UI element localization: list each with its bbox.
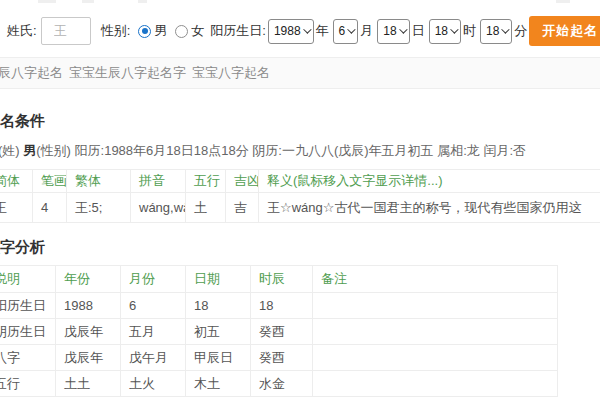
col-note: 备注 (313, 266, 558, 293)
hanzi-table: 简体 笔画 繁体 拼音 五行 吉凶 释义(鼠标移入文字显示详情...) 王 4 … (0, 169, 600, 223)
cell: 戊午月 (121, 345, 186, 371)
bazi-row-lunar: 阴历生日 戊辰年 五月 初五 癸酉 (0, 319, 558, 345)
breadcrumb-link-3[interactable]: 宝宝八字起名 (192, 64, 270, 82)
bazi-row-elements: 五行 土土 土火 木土 水金 (0, 371, 558, 397)
cell-strokes: 4 (33, 193, 67, 223)
chevron-down-icon (399, 25, 407, 33)
hour-select-value: 18 (435, 24, 448, 38)
chevron-down-icon (450, 25, 458, 33)
naming-form: 姓氏: 性别: 男 女 阳历生日: 1988 年 6 月 (0, 8, 600, 54)
cell: 初五 (186, 319, 251, 345)
year-select-value: 1988 (274, 24, 301, 38)
col-month: 月份 (121, 266, 186, 293)
surname-label: 姓氏: (7, 22, 37, 40)
conditions-summary: 王(姓) 男(性别) 阳历:1988年6月18日18点18分 阴历:一九八八(戊… (0, 142, 600, 160)
col-traditional: 繁体 (67, 170, 131, 193)
month-select[interactable]: 6 (333, 19, 359, 44)
cell: 18 (251, 293, 313, 319)
year-select[interactable]: 1988 (268, 19, 314, 44)
cell-pinyin: wáng,wàn (131, 193, 186, 223)
breadcrumb-link-2[interactable]: 宝宝生辰八字起名字 (69, 64, 186, 82)
cell (313, 293, 558, 319)
chevron-down-icon (303, 25, 311, 33)
col-year: 年份 (56, 266, 121, 293)
bazi-row-solar: 阳历生日 1988 6 18 18 (0, 293, 558, 319)
cell-traditional: 王:5; (67, 193, 131, 223)
gender-label: 性别: (101, 22, 131, 40)
cell: 6 (121, 293, 186, 319)
summary-gender: 男 (23, 143, 36, 158)
cell-meaning[interactable]: 王☆wáng☆古代一国君主的称号，现代有些国家仍用这 (259, 193, 600, 223)
summary-surname: 王(姓) (0, 143, 23, 158)
birthdate-label: 阳历生日: (210, 22, 266, 40)
day-select-value: 18 (383, 24, 396, 38)
col-simplified: 简体 (0, 170, 33, 193)
col-date: 日期 (186, 266, 251, 293)
conditions-section-title: 起名条件 (0, 112, 45, 131)
bazi-section-title: 八字分析 (0, 238, 45, 257)
col-pinyin: 拼音 (131, 170, 186, 193)
minute-select-value: 18 (486, 24, 499, 38)
row-label: 八字 (0, 345, 56, 371)
cell (313, 371, 558, 397)
cell: 癸酉 (251, 345, 313, 371)
breadcrumb: 生辰八字起名 宝宝生辰八字起名字 宝宝八字起名 (0, 57, 600, 89)
cell: 土土 (56, 371, 121, 397)
gender-female-option[interactable]: 女 (175, 22, 204, 40)
year-unit-label: 年 (316, 22, 329, 40)
hour-select[interactable]: 18 (429, 19, 461, 44)
cell: 戊辰年 (56, 319, 121, 345)
bazi-table-header-row: 说明 年份 月份 日期 时辰 备注 (0, 266, 558, 293)
cell: 1988 (56, 293, 121, 319)
col-desc: 说明 (0, 266, 56, 293)
cell: 甲辰日 (186, 345, 251, 371)
day-select[interactable]: 18 (377, 19, 409, 44)
page-top-remnant (138, 0, 147, 3)
month-select-value: 6 (339, 24, 346, 38)
cell-element: 土 (186, 193, 226, 223)
minute-select[interactable]: 18 (480, 19, 512, 44)
hanzi-table-row: 王 4 王:5; wáng,wàn 土 吉 王☆wáng☆古代一国君主的称号，现… (0, 193, 600, 223)
col-strokes: 笔画 (33, 170, 67, 193)
cell-luck: 吉 (226, 193, 259, 223)
radio-male-icon[interactable] (138, 25, 151, 38)
page-top-remnant (38, 0, 56, 3)
radio-female-icon[interactable] (175, 25, 188, 38)
breadcrumb-link-1[interactable]: 生辰八字起名 (0, 64, 63, 82)
start-naming-button[interactable]: 开始起名 (529, 16, 600, 46)
page: 姓氏: 性别: 男 女 阳历生日: 1988 年 6 月 (0, 0, 600, 400)
gender-male-option[interactable]: 男 (138, 22, 167, 40)
surname-input[interactable] (41, 17, 91, 45)
bazi-row-bazi: 八字 戊辰年 戊午月 甲辰日 癸酉 (0, 345, 558, 371)
bazi-table: 说明 年份 月份 日期 时辰 备注 阳历生日 1988 6 18 18 阴历生日… (0, 265, 558, 397)
summary-detail: (性别) 阳历:1988年6月18日18点18分 阴历:一九八八(戊辰)年五月初… (36, 143, 526, 158)
cell-simplified: 王 (0, 193, 33, 223)
cell: 五月 (121, 319, 186, 345)
col-meaning: 释义(鼠标移入文字显示详情...) (259, 170, 600, 193)
col-hour: 时辰 (251, 266, 313, 293)
page-content: 姓氏: 性别: 男 女 阳历生日: 1988 年 6 月 (0, 0, 600, 400)
cell: 土火 (121, 371, 186, 397)
minute-unit-label: 分 (514, 22, 527, 40)
cell: 木土 (186, 371, 251, 397)
day-unit-label: 日 (412, 22, 425, 40)
hour-unit-label: 时 (463, 22, 476, 40)
chevron-down-icon (347, 25, 355, 33)
page-top-remnant (82, 0, 94, 3)
cell (313, 319, 558, 345)
chevron-down-icon (502, 25, 510, 33)
hanzi-table-header-row: 简体 笔画 繁体 拼音 五行 吉凶 释义(鼠标移入文字显示详情...) (0, 170, 600, 193)
cell: 癸酉 (251, 319, 313, 345)
gender-male-label: 男 (154, 22, 167, 40)
row-label: 阳历生日 (0, 293, 56, 319)
cell: 戊辰年 (56, 345, 121, 371)
cell (313, 345, 558, 371)
page-top-remnant (556, 0, 570, 3)
row-label: 五行 (0, 371, 56, 397)
cell: 18 (186, 293, 251, 319)
col-element: 五行 (186, 170, 226, 193)
col-luck: 吉凶 (226, 170, 259, 193)
gender-female-label: 女 (191, 22, 204, 40)
row-label: 阴历生日 (0, 319, 56, 345)
cell: 水金 (251, 371, 313, 397)
